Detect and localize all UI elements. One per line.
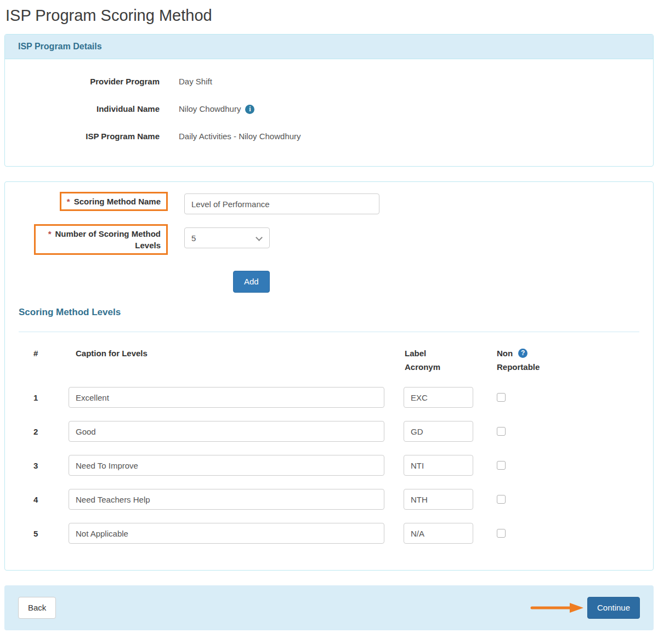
levels-count-label: *Number of Scoring Method Levels — [41, 228, 161, 251]
annotation-box-levels-count: *Number of Scoring Method Levels — [34, 224, 168, 255]
level-row: 4 — [19, 489, 639, 510]
header-label-line1: Label — [405, 346, 473, 360]
provider-program-label: Provider Program — [19, 76, 160, 88]
levels-count-label-text: Number of Scoring Method Levels — [55, 229, 161, 250]
individual-name-row: Individual Name Niloy Chowdhury i — [19, 103, 639, 115]
non-reportable-checkbox[interactable] — [497, 393, 506, 402]
isp-program-name-value: Daily Activities - Niloy Chowdhury — [179, 130, 301, 143]
info-icon[interactable]: i — [245, 105, 254, 114]
caption-input[interactable] — [69, 523, 384, 544]
required-asterisk: * — [48, 229, 52, 238]
level-number: 3 — [19, 461, 69, 470]
header-label-acronym: Label Acronym — [404, 346, 473, 374]
acronym-input[interactable] — [404, 421, 473, 442]
header-non-reportable: Non ? Reportable — [497, 346, 540, 374]
add-button-row: Add — [233, 271, 653, 293]
details-panel-heading: ISP Program Details — [5, 35, 653, 59]
level-row: 5 — [19, 523, 639, 544]
header-label-line2: Acronym — [405, 360, 473, 374]
level-number: 4 — [19, 495, 69, 504]
acronym-input[interactable] — [404, 489, 473, 510]
levels-table-header: # Caption for Levels Label Acronym Non ?… — [19, 346, 639, 374]
back-button[interactable]: Back — [18, 597, 56, 619]
add-button[interactable]: Add — [233, 271, 270, 293]
caption-input[interactable] — [69, 387, 384, 408]
acronym-input[interactable] — [404, 387, 473, 408]
provider-program-value: Day Shift — [179, 76, 212, 88]
level-row: 1 — [19, 387, 639, 408]
annotation-arrow — [530, 602, 585, 614]
scoring-method-name-input[interactable] — [184, 193, 379, 214]
level-row: 2 — [19, 421, 639, 442]
levels-count-select[interactable]: 5 — [184, 227, 270, 248]
level-number: 2 — [19, 427, 69, 436]
scoring-method-form-panel: *Scoring Method Name *Number of Scoring … — [4, 181, 654, 571]
caption-input[interactable] — [69, 421, 384, 442]
individual-name-value: Niloy Chowdhury i — [179, 103, 254, 115]
caption-input[interactable] — [69, 455, 384, 476]
continue-button[interactable]: Continue — [587, 597, 640, 619]
required-asterisk: * — [67, 197, 70, 206]
non-reportable-checkbox[interactable] — [497, 529, 506, 538]
scoring-method-name-label-text: Scoring Method Name — [74, 197, 161, 206]
levels-rows: 1 2 3 4 5 — [19, 387, 639, 544]
non-reportable-checkbox[interactable] — [497, 495, 506, 504]
non-reportable-checkbox[interactable] — [497, 461, 506, 470]
header-caption-for-levels: Caption for Levels — [69, 346, 384, 374]
acronym-input[interactable] — [404, 523, 473, 544]
level-number: 5 — [19, 529, 69, 538]
caption-input[interactable] — [69, 489, 384, 510]
page-title: ISP Program Scoring Method — [5, 7, 658, 25]
header-non-line1: Non — [497, 346, 513, 360]
provider-program-row: Provider Program Day Shift — [19, 76, 639, 88]
section-divider — [19, 332, 639, 332]
footer-bar: Back Continue — [4, 585, 654, 630]
details-panel-body: Provider Program Day Shift Individual Na… — [5, 59, 653, 166]
level-row: 3 — [19, 455, 639, 476]
isp-program-details-panel: ISP Program Details Provider Program Day… — [4, 34, 654, 167]
isp-program-name-row: ISP Program Name Daily Activities - Nilo… — [19, 130, 639, 143]
isp-program-name-text: Daily Activities - Niloy Chowdhury — [179, 130, 301, 143]
individual-name-label: Individual Name — [19, 103, 160, 115]
annotation-box-scoring-method-name: *Scoring Method Name — [60, 192, 168, 211]
header-num: # — [19, 346, 69, 374]
header-non-line2: Reportable — [497, 360, 540, 374]
non-reportable-checkbox[interactable] — [497, 427, 506, 436]
scoring-method-levels-heading: Scoring Method Levels — [19, 307, 639, 318]
provider-program-text: Day Shift — [179, 76, 212, 88]
scoring-method-levels-table: # Caption for Levels Label Acronym Non ?… — [19, 346, 639, 544]
level-number: 1 — [19, 393, 69, 402]
footer-right: Continue — [530, 597, 640, 619]
acronym-input[interactable] — [404, 455, 473, 476]
levels-count-row: *Number of Scoring Method Levels 5 — [5, 224, 653, 255]
isp-program-name-label: ISP Program Name — [19, 130, 160, 143]
question-icon[interactable]: ? — [518, 349, 527, 358]
individual-name-text: Niloy Chowdhury — [179, 103, 241, 115]
scoring-method-name-label: *Scoring Method Name — [67, 196, 161, 207]
scoring-method-name-row: *Scoring Method Name — [5, 192, 653, 214]
